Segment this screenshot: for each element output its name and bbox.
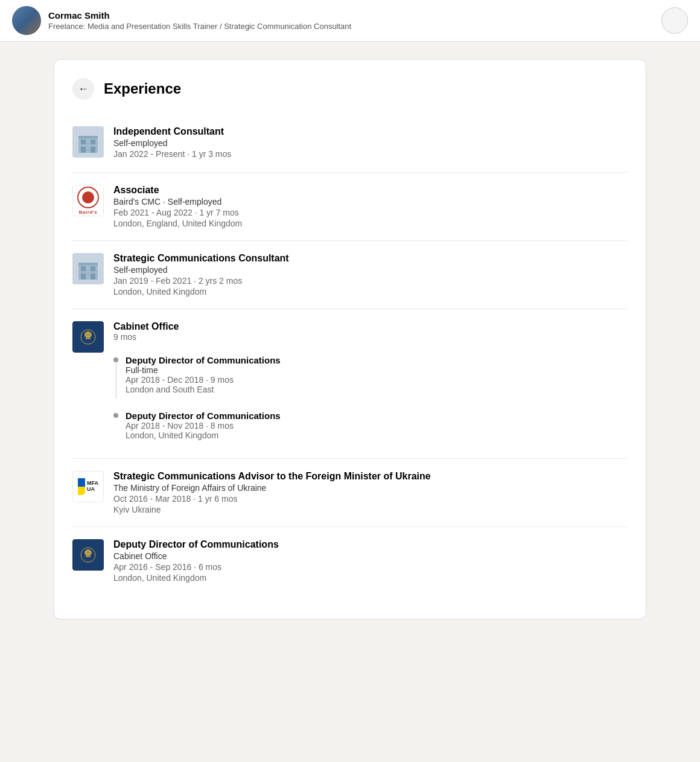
exp-date: Feb 2021 - Aug 2022 · 1 yr 7 mos — [113, 208, 628, 217]
bairds-inner — [82, 191, 94, 203]
experience-item-mfa: MFA UA Strategic Communications Advisor … — [72, 458, 628, 527]
svg-point-17 — [84, 333, 87, 337]
cabinet-group-duration: 9 mos — [113, 332, 628, 342]
header-subtitle: Freelance: Media and Presentation Skills… — [48, 22, 351, 31]
exp-location: London, United Kingdom — [113, 573, 628, 583]
exp-title: Associate — [113, 185, 628, 196]
sub-role-ddc-parttime: Deputy Director of Communications Apr 20… — [113, 405, 628, 446]
header: Cormac Smith Freelance: Media and Presen… — [0, 0, 700, 42]
header-left: Cormac Smith Freelance: Media and Presen… — [12, 6, 351, 35]
exp-content-strat-comms: Strategic Communications Consultant Self… — [113, 253, 628, 296]
back-button[interactable]: ← — [72, 78, 94, 100]
exp-company: Self-employed — [113, 138, 628, 148]
sub-role-ddc-fulltime: Deputy Director of Communications Full-t… — [113, 349, 628, 405]
sub-role-date-1: Apr 2018 - Dec 2018 · 9 mos — [126, 375, 628, 385]
company-logo-independent — [72, 126, 104, 158]
exp-title: Strategic Communications Advisor to the … — [113, 471, 628, 482]
sub-role-indicator-1 — [113, 357, 118, 399]
mfa-label-ua: UA — [87, 487, 95, 493]
sub-roles-list: Deputy Director of Communications Full-t… — [113, 349, 628, 446]
svg-rect-2 — [91, 139, 95, 144]
company-logo-bairds: Baird's — [72, 185, 104, 216]
cabinet-logo-icon — [72, 321, 104, 353]
title-row: ← Experience — [72, 78, 628, 100]
mfa-flag-yellow — [78, 487, 85, 495]
svg-rect-11 — [78, 263, 98, 265]
mfa-text: MFA UA — [87, 481, 98, 493]
sub-role-location-1: London and South East — [126, 385, 628, 394]
exp-title: Deputy Director of Communications — [113, 539, 628, 550]
sub-dot-1 — [113, 357, 118, 362]
svg-rect-4 — [91, 147, 95, 153]
sub-role-type-1: Full-time — [126, 365, 628, 375]
sub-dot-2 — [113, 413, 118, 418]
sub-role-content-2: Deputy Director of Communications Apr 20… — [126, 411, 628, 440]
header-right-avatar — [661, 7, 688, 34]
experience-item-independent-consultant: Independent Consultant Self-employed Jan… — [72, 114, 628, 172]
exp-location: London, England, United Kingdom — [113, 219, 628, 228]
sub-role-content-1: Deputy Director of Communications Full-t… — [126, 355, 628, 394]
header-name: Cormac Smith — [48, 10, 351, 21]
sub-role-title-2: Deputy Director of Communications — [126, 411, 628, 421]
svg-rect-9 — [81, 274, 86, 280]
experience-item-ddc-2016: Deputy Director of Communications Cabine… — [72, 527, 628, 595]
sub-role-title-1: Deputy Director of Communications — [126, 355, 628, 365]
exp-title: Strategic Communications Consultant — [113, 253, 628, 264]
page-title: Experience — [104, 80, 181, 97]
exp-content-independent: Independent Consultant Self-employed Jan… — [113, 126, 628, 160]
main-card: ← Experience Independen — [54, 60, 646, 619]
sub-role-date-2: Apr 2018 - Nov 2018 · 8 mos — [126, 421, 628, 431]
experience-item-strat-comms: Strategic Communications Consultant Self… — [72, 240, 628, 309]
svg-rect-7 — [81, 266, 86, 271]
sub-role-location-2: London, United Kingdom — [126, 431, 628, 440]
svg-point-25 — [89, 551, 92, 555]
mfa-flag-blue — [78, 478, 85, 487]
exp-date: Oct 2016 - Mar 2018 · 1 yr 6 mos — [113, 494, 628, 504]
building-logo-icon — [72, 126, 104, 158]
bairds-logo-icon: Baird's — [72, 185, 104, 216]
exp-date: Jan 2022 - Present · 1 yr 3 mos — [113, 149, 628, 159]
exp-company: Baird's CMC · Self-employed — [113, 197, 628, 207]
cabinet-group-content: Cabinet Office 9 mos Deputy Director of … — [113, 321, 628, 446]
svg-rect-5 — [78, 136, 98, 138]
header-info: Cormac Smith Freelance: Media and Presen… — [48, 10, 351, 31]
exp-date: Jan 2019 - Feb 2021 · 2 yrs 2 mos — [113, 276, 628, 286]
svg-point-24 — [84, 551, 87, 555]
svg-rect-8 — [91, 266, 95, 271]
mfa-logo-icon: MFA UA — [72, 471, 104, 502]
exp-company: The Ministry of Foreign Affairs of Ukrai… — [113, 483, 628, 493]
svg-point-18 — [89, 333, 92, 337]
experience-list: Independent Consultant Self-employed Jan… — [72, 114, 628, 595]
svg-rect-1 — [81, 139, 86, 144]
avatar — [12, 6, 41, 35]
exp-company: Self-employed — [113, 265, 628, 275]
cabinet-office-group: Cabinet Office 9 mos Deputy Director of … — [72, 309, 628, 458]
svg-rect-3 — [81, 147, 86, 153]
company-logo-mfa: MFA UA — [72, 471, 104, 502]
exp-content-mfa: Strategic Communications Advisor to the … — [113, 471, 628, 514]
exp-title: Independent Consultant — [113, 126, 628, 137]
bairds-circle — [77, 187, 99, 208]
svg-rect-10 — [91, 274, 95, 280]
exp-location: Kyiv Ukraine — [113, 505, 628, 514]
mfa-inner: MFA UA — [78, 478, 98, 495]
exp-content-associate: Associate Baird's CMC · Self-employed Fe… — [113, 185, 628, 228]
cabinet-group-name: Cabinet Office — [113, 321, 628, 332]
back-icon: ← — [78, 83, 89, 95]
cabinet-logo-icon-2 — [72, 539, 104, 571]
sub-line-1 — [116, 362, 116, 399]
exp-date: Apr 2016 - Sep 2016 · 6 mos — [113, 562, 628, 572]
mfa-flag — [78, 478, 85, 495]
company-logo-strat-comms — [72, 253, 104, 284]
exp-company: Cabinet Office — [113, 551, 628, 561]
exp-content-ddc-2016: Deputy Director of Communications Cabine… — [113, 539, 628, 583]
sub-role-indicator-2 — [113, 413, 118, 418]
experience-item-associate: Baird's Associate Baird's CMC · Self-emp… — [72, 172, 628, 240]
building-logo-icon-2 — [72, 253, 104, 284]
company-logo-cabinet-2016 — [72, 539, 104, 571]
company-logo-cabinet — [72, 321, 104, 353]
bairds-text: Baird's — [79, 210, 97, 215]
exp-location: London, United Kingdom — [113, 287, 628, 296]
